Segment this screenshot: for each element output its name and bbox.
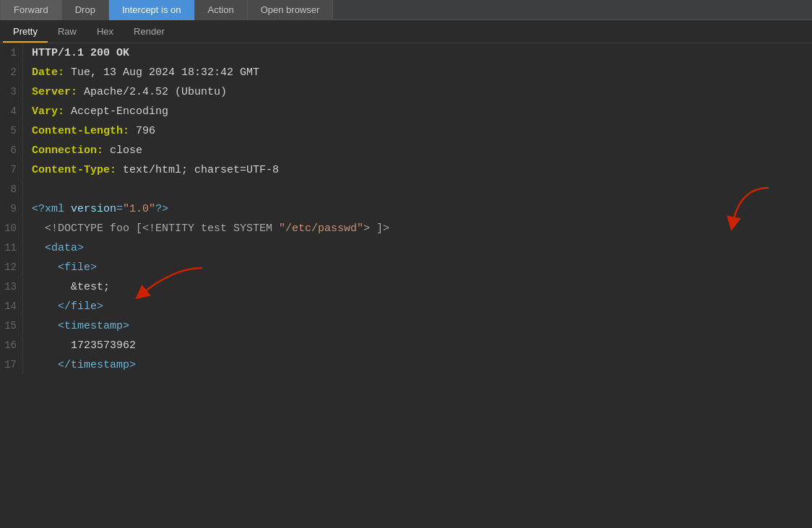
toolbar: Forward Drop Intercept is on Action Open… <box>0 0 812 20</box>
line-content: <data> <box>32 239 84 258</box>
code-line: 6 Connection: close <box>0 141 812 160</box>
line-content: <timestamp> <box>32 317 129 336</box>
arrow1-svg <box>725 184 783 235</box>
code-line: 8 <box>0 180 812 199</box>
line-number: 8 <box>0 180 23 199</box>
line-content: <?xml version="1.0"?> <box>32 200 168 219</box>
line-content: </file> <box>32 298 103 316</box>
line-content: <file> <box>32 259 97 277</box>
drop-button[interactable]: Drop <box>62 0 109 20</box>
forward-button[interactable]: Forward <box>0 0 62 20</box>
code-line: 5 Content-Length: 796 <box>0 121 812 141</box>
tab-hex[interactable]: Hex <box>87 23 124 43</box>
line-number: 7 <box>0 160 23 179</box>
line-content: &test; <box>32 278 110 297</box>
line-content: Date: Tue, 13 Aug 2024 18:32:42 GMT <box>32 64 259 82</box>
line-content: Connection: close <box>32 142 142 160</box>
line-content: Content-Length: 796 <box>32 122 155 141</box>
line-content: Server: Apache/2.4.52 (Ubuntu) <box>32 83 227 102</box>
line-number: 3 <box>0 82 23 101</box>
tab-render[interactable]: Render <box>124 23 175 43</box>
code-line: 7 Content-Type: text/html; charset=UTF-8 <box>0 160 812 180</box>
line-content: HTTP/1.1 200 OK <box>32 44 129 63</box>
line-number: 10 <box>0 219 23 238</box>
line-number: 6 <box>0 141 23 160</box>
code-line: 17 </timestamp> <box>0 355 812 375</box>
tab-pretty[interactable]: Pretty <box>3 23 48 43</box>
line-number: 2 <box>0 63 23 82</box>
code-line: 15 <timestamp> <box>0 316 812 336</box>
line-number: 11 <box>0 238 23 257</box>
line-number: 14 <box>0 297 23 316</box>
intercept-button[interactable]: Intercept is on <box>109 0 195 20</box>
line-number: 9 <box>0 199 23 218</box>
code-line: 12 <file> <box>0 258 812 277</box>
line-number: 15 <box>0 316 23 335</box>
line-content: 1723573962 <box>32 337 136 355</box>
line-content <box>32 181 38 199</box>
open-browser-button[interactable]: Open browser <box>248 0 334 20</box>
line-number: 12 <box>0 258 23 277</box>
line-content: <!DOCTYPE foo [<!ENTITY test SYSTEM "/et… <box>32 220 389 238</box>
line-number: 4 <box>0 102 23 121</box>
code-line: 10 <!DOCTYPE foo [<!ENTITY test SYSTEM "… <box>0 219 812 238</box>
code-area: 1 HTTP/1.1 200 OK 2 Date: Tue, 13 Aug 20… <box>0 43 812 528</box>
code-line: 11 <data> <box>0 238 812 258</box>
line-content: Vary: Accept-Encoding <box>32 103 168 121</box>
tab-raw[interactable]: Raw <box>48 23 87 43</box>
line-number: 5 <box>0 121 23 140</box>
code-line: 2 Date: Tue, 13 Aug 2024 18:32:42 GMT <box>0 63 812 82</box>
line-content: </timestamp> <box>32 356 136 375</box>
code-line: 14 </file> <box>0 297 812 316</box>
code-line: 1 HTTP/1.1 200 OK <box>0 43 812 63</box>
line-number: 16 <box>0 336 23 355</box>
action-button[interactable]: Action <box>195 0 248 20</box>
line-number: 1 <box>0 43 23 62</box>
code-line: 4 Vary: Accept-Encoding <box>0 102 812 121</box>
code-line: 16 1723573962 <box>0 336 812 355</box>
code-line: 3 Server: Apache/2.4.52 (Ubuntu) <box>0 82 812 102</box>
tabs-row: Pretty Raw Hex Render <box>0 20 812 43</box>
line-number: 13 <box>0 277 23 296</box>
line-content: Content-Type: text/html; charset=UTF-8 <box>32 161 279 180</box>
line-number: 17 <box>0 355 23 374</box>
code-line: 13 &test; <box>0 277 812 297</box>
code-line: 9 <?xml version="1.0"?> <box>0 199 812 219</box>
